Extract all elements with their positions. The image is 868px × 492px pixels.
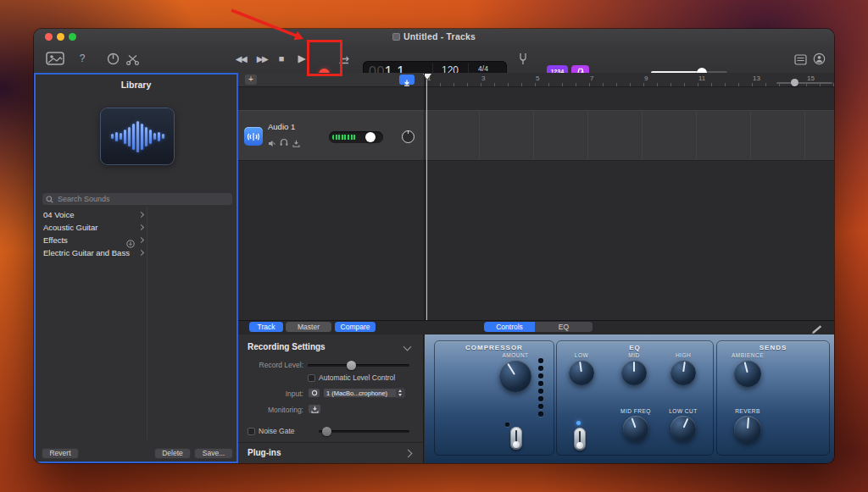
library-item-04-voice[interactable]: 04 Voice (39, 208, 147, 221)
score-display-icon[interactable] (794, 53, 807, 69)
plugins-section-title: Plug-ins (248, 448, 281, 457)
eq-high-knob[interactable] (670, 360, 696, 385)
recording-settings-title: Recording Settings (248, 342, 326, 351)
chevron-right-icon (138, 212, 144, 218)
titlebar[interactable]: Untitled - Tracks (34, 29, 834, 44)
track-name[interactable]: Audio 1 (268, 122, 295, 131)
ruler-zoom-thumb[interactable] (791, 79, 798, 86)
library-panel: Library 04 Voice Acoustic Guitar Effects (34, 73, 238, 463)
record-level-slider[interactable] (308, 364, 409, 367)
timeline-ruler[interactable]: 1 3 5 7 9 11 13 15 (425, 73, 834, 87)
tab-controls[interactable]: Controls (484, 322, 535, 332)
playhead-line[interactable] (426, 80, 427, 320)
window-title: Untitled - Tracks (34, 31, 834, 41)
library-item-label: Effects (43, 235, 68, 245)
track-lane-audio1[interactable] (425, 110, 834, 161)
rewind-button[interactable]: ◀◀ (232, 54, 249, 64)
eq-mid-knob[interactable] (621, 360, 647, 385)
ambience-label: AMBIENCE (718, 352, 777, 358)
search-sounds-field[interactable] (42, 193, 232, 205)
library-sound-card[interactable] (101, 108, 174, 164)
library-column-divider (147, 207, 147, 439)
add-track-button[interactable]: + (245, 75, 257, 85)
auto-level-checkbox[interactable] (308, 374, 315, 382)
input-monitoring-icon[interactable] (292, 135, 300, 151)
tab-master[interactable]: Master (286, 322, 331, 332)
solo-headphones-icon[interactable] (280, 135, 288, 150)
input-label: Input: (242, 390, 303, 398)
monitoring-label: Monitoring: (242, 406, 303, 414)
low-cut-knob[interactable] (670, 416, 696, 441)
gain-reduction-meter (538, 358, 543, 417)
monitoring-button[interactable] (308, 404, 321, 414)
library-title: Library (36, 80, 236, 90)
stop-button[interactable]: ■ (275, 53, 287, 64)
eq-toggle-switch[interactable] (574, 428, 586, 451)
input-source-dropdown[interactable]: 1 (MacBo...crophone) (323, 388, 405, 398)
noise-gate-checkbox[interactable] (248, 428, 255, 435)
dropdown-stepper-icon (396, 388, 405, 398)
garageband-window: Untitled - Tracks ? ◀◀ ▶▶ ■ ▶ (34, 29, 834, 463)
catch-playhead-button[interactable] (399, 75, 415, 85)
save-button[interactable]: Save... (194, 448, 233, 459)
collapse-section-icon[interactable] (403, 343, 412, 351)
editors-scissors-icon[interactable] (126, 53, 139, 69)
compare-button[interactable]: Compare (335, 322, 376, 332)
quick-help-icon[interactable] (813, 53, 826, 69)
document-proxy-icon (392, 33, 400, 41)
expand-section-icon[interactable] (404, 450, 413, 458)
forward-button[interactable]: ▶▶ (253, 54, 270, 64)
play-button[interactable]: ▶ (296, 53, 308, 64)
tab-eq[interactable]: EQ (535, 322, 593, 332)
eq-low-knob[interactable] (569, 360, 594, 385)
section-divider (238, 442, 423, 443)
eq-title: EQ (557, 344, 713, 351)
track-volume-thumb[interactable] (365, 132, 376, 142)
recording-settings-panel: Recording Settings Record Level: Automat… (238, 334, 424, 463)
arrow-down-icon (403, 80, 410, 86)
noise-gate-label: Noise Gate (259, 427, 295, 435)
pan-knob[interactable] (402, 130, 415, 143)
library-item-label: 04 Voice (43, 210, 74, 219)
lcd-timesig-value[interactable]: 4/4 (470, 64, 497, 73)
mid-freq-knob[interactable] (623, 416, 648, 441)
ruler-tick: 11 (698, 75, 705, 82)
smart-controls-icon[interactable] (107, 53, 120, 69)
search-icon (46, 196, 53, 203)
mute-track-icon[interactable] (268, 135, 275, 151)
search-input[interactable] (56, 194, 229, 204)
reverb-knob[interactable] (734, 416, 761, 443)
auto-level-label: Automatic Level Control (319, 373, 395, 382)
ruler-tick: 15 (807, 75, 815, 82)
ruler-tick: 13 (753, 75, 760, 82)
audio-track-icon[interactable] (244, 127, 263, 146)
mono-circle-icon (311, 390, 318, 396)
noise-gate-thumb[interactable] (322, 427, 331, 436)
input-source-value: 1 (MacBo...crophone) (326, 390, 387, 397)
media-browser-icon[interactable] (46, 52, 64, 69)
library-item-label: Electric Guitar and Bass (43, 248, 130, 257)
low-cut-label: LOW CUT (654, 408, 713, 414)
library-item-acoustic-guitar[interactable]: Acoustic Guitar (39, 221, 147, 234)
compressor-amount-knob[interactable] (499, 360, 531, 392)
waveform-icon (111, 121, 164, 152)
compressor-toggle-switch[interactable] (510, 427, 522, 450)
record-level-thumb[interactable] (347, 361, 356, 370)
ruler-tick: 5 (536, 75, 539, 82)
track-level-meter (332, 135, 356, 140)
noise-gate-slider[interactable] (319, 430, 409, 433)
input-format-button[interactable] (308, 388, 320, 398)
library-item-effects[interactable]: Effects (39, 234, 147, 246)
chevron-right-icon (138, 224, 144, 230)
eq-low-label: LOW (552, 352, 611, 358)
compressor-led (505, 423, 509, 427)
help-button[interactable]: ? (76, 53, 88, 64)
library-item-electric-guitar-bass[interactable]: Electric Guitar and Bass (39, 246, 147, 259)
ruler-zoom-slider[interactable] (776, 82, 832, 84)
delete-button[interactable]: Delete (154, 448, 191, 459)
tab-track[interactable]: Track (249, 322, 283, 332)
tuner-icon[interactable] (519, 53, 527, 69)
revert-button[interactable]: Revert (42, 448, 79, 459)
ambience-knob[interactable] (734, 360, 761, 387)
chevron-right-icon (138, 237, 144, 243)
